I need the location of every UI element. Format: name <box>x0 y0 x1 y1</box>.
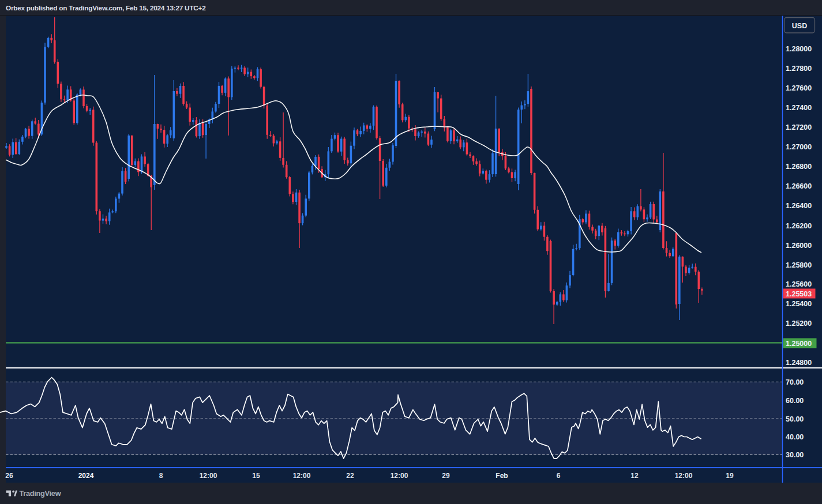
svg-text:1.26800: 1.26800 <box>786 163 812 171</box>
svg-text:12: 12 <box>630 472 639 480</box>
svg-text:22: 22 <box>346 472 354 480</box>
svg-text:1.27000: 1.27000 <box>786 143 812 151</box>
svg-text:1.27800: 1.27800 <box>786 65 812 73</box>
svg-text:1.28000: 1.28000 <box>786 45 812 53</box>
svg-text:12:00: 12:00 <box>200 472 217 480</box>
svg-text:Feb: Feb <box>496 472 508 480</box>
svg-text:1.26400: 1.26400 <box>786 202 812 210</box>
svg-text:6: 6 <box>557 472 561 480</box>
svg-text:8: 8 <box>159 472 163 480</box>
svg-text:1.26000: 1.26000 <box>786 242 812 250</box>
svg-text:40.00: 40.00 <box>786 433 804 441</box>
svg-text:1.25200: 1.25200 <box>786 319 812 328</box>
svg-text:50.00: 50.00 <box>786 415 804 423</box>
svg-text:1.27200: 1.27200 <box>786 123 812 131</box>
svg-text:19: 19 <box>726 472 734 480</box>
svg-text:15: 15 <box>252 472 260 480</box>
svg-text:26: 26 <box>5 472 13 480</box>
svg-text:12:00: 12:00 <box>675 472 693 480</box>
svg-text:1.26200: 1.26200 <box>786 222 812 230</box>
svg-text:1.25600: 1.25600 <box>786 280 812 288</box>
svg-text:70.00: 70.00 <box>786 378 804 386</box>
svg-text:1.24800: 1.24800 <box>786 359 812 367</box>
svg-text:USD: USD <box>792 22 807 30</box>
svg-text:60.00: 60.00 <box>786 397 804 405</box>
svg-text:1.27600: 1.27600 <box>786 84 812 92</box>
svg-text:29: 29 <box>442 472 450 480</box>
svg-text:1.25503: 1.25503 <box>786 290 812 298</box>
svg-text:1.25000: 1.25000 <box>786 340 812 348</box>
svg-text:30.00: 30.00 <box>786 451 804 459</box>
svg-text:1.27400: 1.27400 <box>786 104 812 112</box>
svg-text:1.26600: 1.26600 <box>786 182 812 190</box>
svg-text:1.25800: 1.25800 <box>786 261 812 269</box>
svg-text:12:00: 12:00 <box>391 472 408 480</box>
svg-text:2024: 2024 <box>78 472 94 480</box>
svg-text:1.25400: 1.25400 <box>786 300 812 308</box>
svg-text:12:00: 12:00 <box>293 472 311 480</box>
